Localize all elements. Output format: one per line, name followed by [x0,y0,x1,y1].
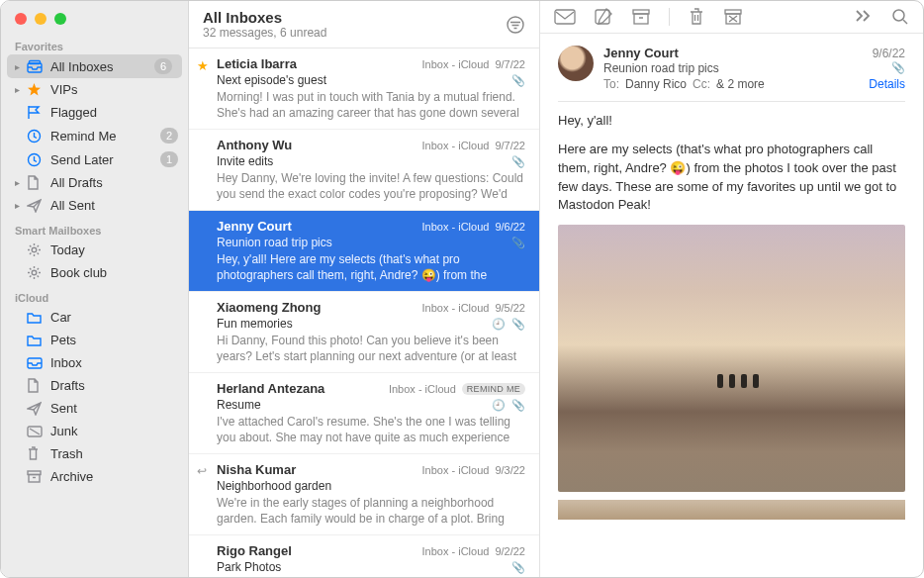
message-row[interactable]: ↩ Nisha Kumar Inbox - iCloud9/3/22 Neigh… [189,454,539,535]
attachment-photo-2[interactable] [558,500,905,520]
sidebar-item-label: Archive [50,469,178,484]
archive-icon[interactable] [631,8,651,26]
attachment-icon: 📎 [511,399,525,412]
svg-point-5 [32,270,37,275]
sidebar-item-all-sent[interactable]: ▸ All Sent [1,194,188,217]
sidebar-item-remind-me[interactable]: ▸ Remind Me 2 [1,124,188,147]
sidebar-item-vips[interactable]: ▸ VIPs [1,78,188,101]
sidebar-item-flagged[interactable]: ▸ Flagged [1,101,188,124]
sidebar-item-label: Remind Me [50,129,160,144]
sidebar-item-label: Drafts [50,378,178,393]
message-list-header: All Inboxes 32 messages, 6 unread [189,1,539,48]
sidebar-item-send-later[interactable]: ▸ Send Later 1 [1,147,188,171]
sender-avatar [558,46,594,81]
sidebar-badge: 6 [154,58,172,74]
message-date: 9/2/22 [495,545,525,557]
attachment-icon: 📎 [891,61,905,75]
sidebar: Favorites▸ All Inboxes 6▸ VIPs ▸ Flagged… [1,1,189,577]
trash-icon[interactable] [688,7,705,27]
message-sender: Rigo Rangel [217,543,422,558]
message-preview: Hi Danny, Found this photo! Can you beli… [217,333,525,364]
chevron-right-icon[interactable]: ▸ [15,200,25,211]
message-row[interactable]: Anthony Wu Inbox - iCloud9/7/22 Invite e… [189,130,539,211]
clock-icon: 🕘 [492,399,506,412]
svg-line-28 [903,20,907,24]
sidebar-item-all-inboxes[interactable]: ▸ All Inboxes 6 [7,54,182,78]
message-list[interactable]: ★ Leticia Ibarra Inbox - iCloud9/7/22 Ne… [189,48,539,577]
message-subject: Resume [217,398,492,412]
svg-rect-17 [596,10,609,24]
message-row[interactable]: Jenny Court Inbox - iCloud9/6/22 Reunion… [189,211,539,292]
to-label: To: [603,77,619,91]
sidebar-section-label: Favorites [1,33,188,54]
svg-line-8 [30,429,40,434]
close-window-button[interactable] [15,13,27,25]
message-date: 9/6/22 [495,221,525,233]
sidebar-item-today[interactable]: ▸ Today [1,239,188,261]
mailbox-title: All Inboxes [203,9,506,26]
sidebar-section-label: iCloud [1,284,188,306]
body-greeting: Hey, y'all! [558,112,905,131]
remind-me-pill: REMIND ME [462,383,525,395]
star-icon [27,82,45,97]
message-mailbox: Inbox - iCloud [422,221,490,233]
sidebar-item-archive[interactable]: ▸ Archive [1,465,188,488]
details-link[interactable]: Details [869,77,905,91]
compose-icon[interactable] [594,7,613,27]
message-preview: Hi Danny, I took some great photos of th… [217,576,525,577]
sidebar-badge: 1 [160,151,178,167]
message-row[interactable]: Xiaomeng Zhong Inbox - iCloud9/5/22 Fun … [189,292,539,373]
message-row[interactable]: Herland Antezana Inbox - iCloudREMIND ME… [189,373,539,454]
chevron-right-icon[interactable]: ▸ [15,177,25,188]
cc-recipients[interactable]: & 2 more [716,77,765,91]
doc-icon [27,378,45,393]
sidebar-item-pets[interactable]: ▸ Pets [1,329,188,351]
svg-rect-16 [555,10,575,24]
zoom-window-button[interactable] [54,13,66,25]
message-reader: Jenny Court 9/6/22 Reunion road trip pic… [540,34,923,577]
sidebar-item-label: Car [50,310,178,325]
tray-icon [27,357,45,369]
attachment-icon: 📎 [511,74,525,87]
svg-point-4 [32,247,37,252]
attachment-photo-1[interactable] [558,225,905,492]
sidebar-item-sent[interactable]: ▸ Sent [1,397,188,420]
window-controls [1,1,188,33]
chevron-right-icon[interactable]: ▸ [15,61,25,72]
message-mailbox: Inbox - iCloud [422,545,490,557]
message-sender: Anthony Wu [217,138,422,152]
tray-all-icon [27,59,45,73]
doc-icon [27,175,45,190]
sidebar-item-label: Trash [50,446,178,461]
filter-icon[interactable] [506,15,525,35]
message-mailbox: Inbox - iCloud [389,383,456,395]
message-preview: Hey Danny, We're loving the invite! A fe… [217,170,525,202]
sidebar-item-drafts[interactable]: ▸ Drafts [1,374,188,397]
message-subject: Next episode's guest [217,73,511,87]
minimize-window-button[interactable] [35,13,46,25]
mail-window: Favorites▸ All Inboxes 6▸ VIPs ▸ Flagged… [1,1,923,577]
sidebar-item-inbox[interactable]: ▸ Inbox [1,351,188,374]
message-row[interactable]: ★ Leticia Ibarra Inbox - iCloud9/7/22 Ne… [189,48,539,130]
more-icon[interactable] [854,10,874,24]
chevron-right-icon[interactable]: ▸ [15,84,25,95]
message-body: Hey, y'all! Here are my selects (that's … [558,112,905,215]
sidebar-item-all-drafts[interactable]: ▸ All Drafts [1,171,188,194]
attachment-icon: 📎 [511,155,525,168]
sidebar-item-car[interactable]: ▸ Car [1,306,188,329]
junk-icon[interactable] [723,8,743,26]
sidebar-item-trash[interactable]: ▸ Trash [1,442,188,465]
message-preview: I've attached Carol's resume. She's the … [217,414,525,445]
clock-icon [27,129,45,144]
attachment-icon: 📎 [511,237,525,249]
folder-icon [27,335,45,346]
to-recipient[interactable]: Danny Rico [625,77,687,91]
svg-rect-1 [30,61,41,64]
svg-rect-19 [634,14,648,24]
envelope-icon[interactable] [554,8,576,26]
sidebar-item-junk[interactable]: ▸ Junk [1,420,188,442]
sidebar-item-label: Flagged [50,105,178,120]
sidebar-item-book-club[interactable]: ▸ Book club [1,261,188,284]
message-row[interactable]: Rigo Rangel Inbox - iCloud9/2/22 Park Ph… [189,535,539,577]
search-icon[interactable] [891,8,909,26]
